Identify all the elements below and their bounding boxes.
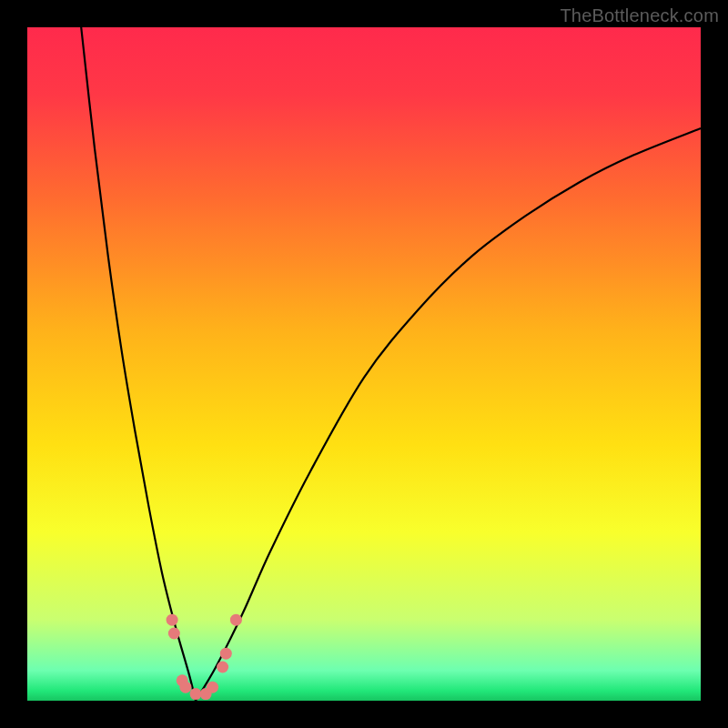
sample-dot (167, 614, 178, 626)
watermark-text: TheBottleneck.com (560, 5, 719, 26)
sample-dot (190, 688, 202, 700)
sample-dot (179, 682, 191, 693)
bottleneck-curve-right (196, 128, 701, 701)
sample-dot (220, 648, 232, 660)
outer-frame: TheBottleneck.com (0, 0, 728, 728)
bottleneck-curve-left (81, 27, 196, 701)
sample-dot (168, 628, 180, 640)
sample-dot (207, 682, 218, 693)
plot-area (27, 27, 701, 701)
sample-dot (230, 614, 242, 626)
chart-overlay (27, 27, 701, 701)
sample-dot (217, 662, 228, 673)
